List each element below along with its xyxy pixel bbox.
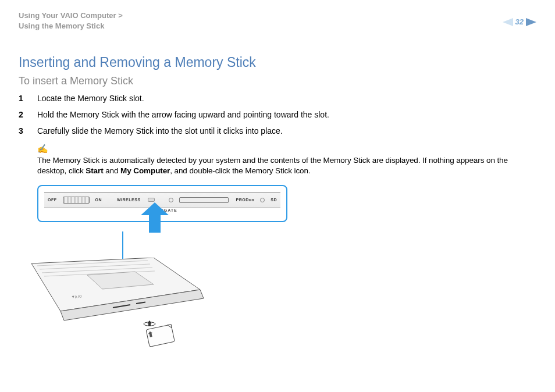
- activity-led: [169, 198, 173, 202]
- memory-stick-illustration: [139, 320, 174, 355]
- svg-marker-1: [526, 18, 536, 26]
- page-number: 32: [515, 17, 524, 26]
- svg-text:▾∧ıo: ▾∧ıo: [72, 293, 82, 300]
- step-item: 3Carefully slide the Memory Stick into t…: [19, 126, 536, 137]
- section-subtitle: To insert a Memory Stick: [19, 75, 536, 87]
- label-on: ON: [92, 198, 106, 202]
- note-icon: ✍: [37, 144, 536, 154]
- svg-marker-14: [147, 320, 152, 326]
- sd-led: [260, 198, 265, 202]
- step-item: 1Locate the Memory Stick slot.: [19, 93, 536, 105]
- steps-list: 1Locate the Memory Stick slot. 2Hold the…: [19, 93, 536, 137]
- svg-marker-0: [503, 18, 513, 26]
- next-page-icon[interactable]: [526, 18, 536, 26]
- insert-arrow-icon: [141, 202, 169, 235]
- diagram: OFF ON WIRELESS PRODuo SD MAGICGATE: [37, 185, 287, 222]
- page-nav: 32: [503, 10, 536, 26]
- note-text: The Memory Stick is automatically detect…: [37, 155, 536, 176]
- wireless-led: [148, 198, 155, 202]
- label-off: OFF: [44, 198, 61, 202]
- laptop-illustration: ▾∧ıo: [31, 258, 218, 336]
- memory-stick-slot: [179, 197, 229, 203]
- page-title: Inserting and Removing a Memory Stick: [19, 55, 536, 70]
- label-wireless: WIRELESS: [113, 198, 144, 202]
- breadcrumb-line2: Using the Memory Stick: [19, 21, 123, 31]
- note-block: ✍ The Memory Stick is automatically dete…: [37, 144, 536, 176]
- breadcrumb-line1[interactable]: Using Your VAIO Computer >: [19, 10, 123, 21]
- breadcrumb: Using Your VAIO Computer > Using the Mem…: [19, 10, 123, 31]
- label-produo: PRODuo: [232, 198, 258, 202]
- prev-page-icon[interactable]: [503, 18, 513, 26]
- step-item: 2Hold the Memory Stick with the arrow fa…: [19, 109, 536, 121]
- wireless-switch: [63, 197, 90, 204]
- label-sd: SD: [267, 198, 280, 202]
- svg-marker-2: [141, 202, 169, 233]
